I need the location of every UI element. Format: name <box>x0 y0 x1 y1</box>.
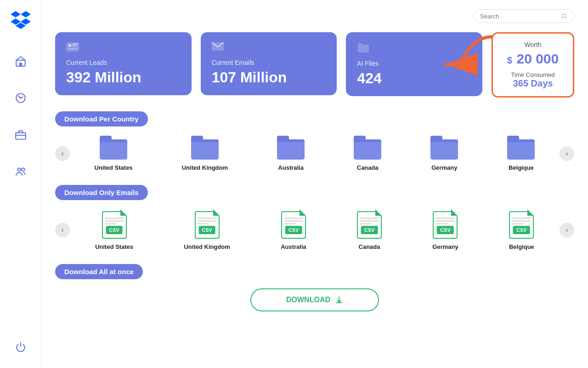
download-btn-label: DOWNLOAD <box>286 296 330 304</box>
stat-card-emails: Current Emails 107 Million <box>201 32 337 95</box>
time-consumed-label: Time Consumed <box>502 71 564 78</box>
folder-country-label: United Kingdom <box>182 164 228 171</box>
prev-email-btn[interactable]: ‹ <box>55 223 70 237</box>
svg-marker-0 <box>11 11 21 17</box>
download-only-emails-label: Download Only Emails <box>55 185 148 200</box>
svg-rect-6 <box>19 63 22 66</box>
download-per-country-label: Download Per Country <box>55 111 148 126</box>
sidebar-item-briefcase[interactable] <box>9 123 32 146</box>
svg-point-15 <box>68 44 71 47</box>
folder-country-item[interactable]: Canada <box>354 136 381 171</box>
country-folder-row: ‹ United States United Kingdom Australia… <box>55 136 574 171</box>
csv-country-label: United States <box>95 243 133 250</box>
csv-country-item[interactable]: CSV Germany <box>432 209 458 250</box>
sidebar-item-dashboard[interactable] <box>9 86 32 109</box>
csv-icon: CSV <box>281 209 306 239</box>
csv-country-label: Germany <box>432 243 458 250</box>
csv-country-item[interactable]: CSV Australia <box>281 209 306 250</box>
stats-row: Current Leads 392 Million Current Emails… <box>55 32 574 98</box>
download-all-section: Download All at once DOWNLOAD <box>55 264 574 311</box>
download-all-label: Download All at once <box>55 264 143 279</box>
next-country-btn[interactable]: › <box>560 146 574 161</box>
folder-icon <box>100 136 127 160</box>
search-box[interactable] <box>473 9 574 23</box>
worth-dollar: $ <box>507 55 515 65</box>
folder-country-item[interactable]: Belgique <box>507 136 535 171</box>
emails-label: Current Emails <box>212 59 326 66</box>
download-all-button[interactable]: DOWNLOAD <box>250 288 379 311</box>
stat-card-leads: Current Leads 392 Million <box>55 32 192 95</box>
svg-point-12 <box>22 168 24 171</box>
worth-title: Worth <box>502 41 564 48</box>
dropbox-logo-icon <box>11 9 31 29</box>
folder-country-label: Germany <box>431 164 457 171</box>
folder-country-label: Australia <box>278 164 304 171</box>
folder-country-label: Belgique <box>509 164 534 171</box>
leads-label: Current Leads <box>66 59 181 66</box>
csv-country-row: ‹ CSV United States CSV United Kingdom <box>55 209 574 250</box>
csv-country-item[interactable]: CSV Belgique <box>509 209 534 250</box>
emails-value: 107 Million <box>212 69 326 86</box>
download-icon <box>335 296 343 304</box>
csv-icon: CSV <box>102 209 127 239</box>
arrow-icon <box>436 28 496 83</box>
worth-value: $ 20 000 <box>502 51 564 67</box>
folder-icon <box>277 136 305 160</box>
search-input[interactable] <box>480 13 557 20</box>
folder-icon <box>191 136 219 160</box>
prev-country-btn[interactable]: ‹ <box>55 146 70 161</box>
csv-icon: CSV <box>357 209 382 239</box>
svg-marker-1 <box>21 11 31 17</box>
csv-country-label: Canada <box>359 243 380 250</box>
team-icon <box>15 166 27 178</box>
sidebar <box>0 0 41 368</box>
svg-point-11 <box>17 168 21 171</box>
csv-country-label: Belgique <box>509 243 534 250</box>
folder-country-label: Canada <box>357 164 379 171</box>
power-icon <box>15 341 27 353</box>
dashboard-icon <box>15 92 27 104</box>
csv-icon: CSV <box>509 209 534 239</box>
folder-icon <box>430 136 458 160</box>
folder-icon <box>507 136 535 160</box>
logo <box>11 9 31 31</box>
csv-icon: CSV <box>433 209 458 239</box>
download-per-country-section: Download Per Country ‹ United States Uni… <box>55 111 574 171</box>
folder-country-item[interactable]: Australia <box>277 136 305 171</box>
csv-country-item[interactable]: CSV United States <box>95 209 133 250</box>
time-consumed-value: 365 Days <box>502 78 564 89</box>
next-email-btn[interactable]: › <box>560 223 574 237</box>
folder-icon <box>354 136 381 160</box>
home-icon <box>15 55 27 67</box>
csv-country-item[interactable]: CSV Canada <box>357 209 382 250</box>
briefcase-icon <box>15 129 27 141</box>
svg-rect-9 <box>16 133 26 139</box>
leads-icon <box>66 41 181 54</box>
main-content: Current Leads 392 Million Current Emails… <box>41 0 588 368</box>
folder-countries: United States United Kingdom Australia C… <box>70 136 560 171</box>
worth-section: Worth $ 20 000 Time Consumed 365 Days <box>492 32 574 98</box>
folder-country-label: United States <box>95 164 133 171</box>
folder-country-item[interactable]: United States <box>95 136 133 171</box>
emails-icon <box>212 41 326 54</box>
sidebar-item-team[interactable] <box>9 160 32 183</box>
sidebar-item-power[interactable] <box>9 336 32 359</box>
folder-country-item[interactable]: United Kingdom <box>182 136 228 171</box>
csv-icon: CSV <box>195 209 220 239</box>
download-only-emails-section: Download Only Emails ‹ CSV United States <box>55 185 574 250</box>
folder-country-item[interactable]: Germany <box>430 136 458 171</box>
svg-point-8 <box>19 97 21 99</box>
csv-country-label: United Kingdom <box>184 243 230 250</box>
csv-country-label: Australia <box>281 243 306 250</box>
sidebar-item-home[interactable] <box>9 50 32 73</box>
csv-countries: CSV United States CSV United Kingdom CSV <box>70 209 560 250</box>
worth-amount: 20 000 <box>516 51 559 66</box>
worth-card: Worth $ 20 000 Time Consumed 365 Days <box>492 32 574 98</box>
header <box>55 9 574 23</box>
search-icon <box>561 12 567 20</box>
leads-value: 392 Million <box>66 69 181 86</box>
csv-country-item[interactable]: CSV United Kingdom <box>184 209 230 250</box>
